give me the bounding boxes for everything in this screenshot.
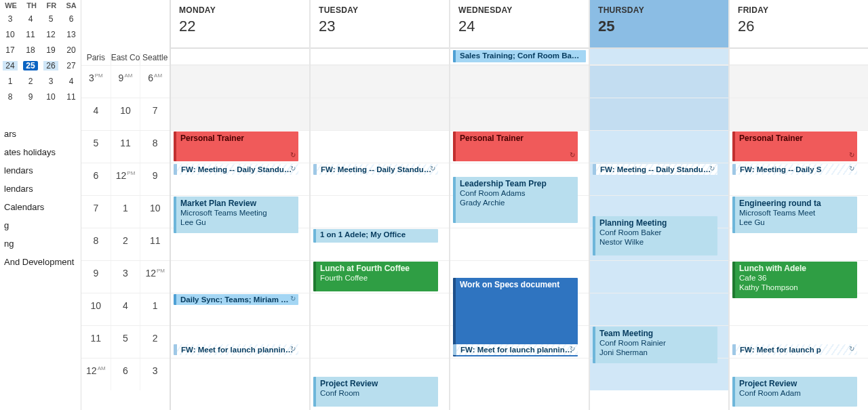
mini-cal-date-cell[interactable]: 10 (43, 92, 58, 102)
allday-row[interactable] (171, 49, 309, 65)
mini-cal-date-cell[interactable]: 25 (23, 61, 38, 70)
calendar-event[interactable]: Lunch with AdeleCafe 36Kathy Thompson (732, 262, 857, 298)
calendar-event[interactable]: Engineering round taMicrosoft Teams Meet… (732, 197, 857, 233)
calendar-list-item[interactable]: ars (1, 125, 81, 143)
timezone-hour-row: 612PM9 (81, 163, 170, 195)
time-grid[interactable]: Personal Trainer↻FW: Meeting -- Daily St… (171, 65, 309, 390)
event-title: FW: Meeting -- Daily Standup; Co (321, 165, 434, 174)
calendar-event[interactable]: FW: Meeting -- Daily S↻ (732, 164, 857, 175)
time-slot[interactable] (311, 195, 449, 228)
mini-cal-date-cell[interactable]: 19 (43, 45, 58, 55)
calendar-list-item[interactable]: ng (1, 234, 81, 253)
calendar-list-item[interactable]: And Development (1, 253, 81, 271)
calendar-event[interactable]: FW: Meeting -- Daily Standup; Co↻ (174, 164, 298, 175)
calendar-event[interactable]: Project ReviewConf Room Adam (732, 377, 857, 407)
mini-cal-date-cell[interactable]: 18 (23, 45, 38, 55)
allday-event[interactable]: Sales Training; Conf Room Baker; K... (453, 50, 586, 62)
mini-cal-date-cell[interactable]: 20 (64, 45, 79, 55)
time-slot[interactable] (590, 293, 728, 325)
time-slot[interactable] (171, 65, 309, 98)
mini-cal-date-cell[interactable]: 4 (64, 77, 79, 86)
time-slot[interactable] (311, 293, 449, 325)
calendar-list-item[interactable]: lendars (1, 161, 81, 180)
calendar-event[interactable]: FW: Meeting -- Daily Standup; Co↻ (313, 164, 438, 175)
time-slot[interactable] (171, 260, 309, 293)
mini-cal-date-cell[interactable]: 3 (3, 14, 18, 24)
mini-cal-date-cell[interactable]: 13 (64, 30, 79, 39)
allday-row[interactable]: Sales Training; Conf Room Baker; K... (450, 49, 589, 65)
time-slot[interactable] (730, 98, 868, 130)
mini-cal-day-header: SA (66, 1, 77, 9)
mini-cal-date-cell[interactable]: 8 (3, 92, 18, 102)
mini-cal-date-cell[interactable]: 26 (43, 61, 58, 70)
time-slot[interactable] (730, 65, 868, 98)
mini-calendar[interactable]: WETHFRSA 3456101112131718192024252627123… (0, 0, 81, 104)
mini-cal-date-cell[interactable]: 24 (3, 61, 18, 70)
time-grid[interactable]: FW: Meeting -- Daily Standup; Co↻Plannin… (590, 65, 728, 390)
calendar-event[interactable]: Team MeetingConf Room RainierJoni Sherma… (593, 327, 717, 363)
calendar-event[interactable]: FW: Meet for launch planning ; M↻ (453, 344, 578, 355)
day-header[interactable]: MONDAY22 (171, 0, 309, 49)
calendar-list-item[interactable]: lendars (1, 180, 81, 198)
calendar-event[interactable]: Personal Trainer↻ (732, 131, 857, 161)
allday-row[interactable] (590, 49, 728, 65)
timezone-hour-cell: 10 (81, 293, 111, 325)
time-slot[interactable] (590, 260, 728, 293)
day-header[interactable]: FRIDAY26 (730, 0, 868, 49)
calendar-event[interactable]: Personal Trainer↻ (174, 131, 298, 161)
mini-cal-date-cell[interactable]: 9 (23, 92, 38, 102)
time-slot[interactable] (450, 228, 589, 260)
calendar-event[interactable]: Planning MeetingConf Room BakerNestor Wi… (593, 216, 717, 255)
mini-cal-date-cell[interactable]: 10 (3, 30, 18, 39)
day-header[interactable]: THURSDAY25 (590, 0, 728, 49)
time-grid[interactable]: FW: Meeting -- Daily Standup; Co↻1 on 1 … (311, 65, 449, 390)
calendar-event[interactable]: Market Plan ReviewMicrosoft Teams Meetin… (174, 197, 298, 233)
mini-cal-date-cell[interactable]: 2 (23, 77, 38, 86)
calendar-list-item[interactable]: ates holidays (1, 143, 81, 161)
mini-cal-date-cell[interactable]: 17 (3, 45, 18, 55)
timezone-hour-row: 4107 (81, 98, 170, 130)
mini-cal-date-cell[interactable]: 6 (64, 14, 79, 24)
mini-cal-date-cell[interactable]: 11 (64, 92, 79, 102)
calendar-event[interactable]: Lunch at Fourth CoffeeFourth Coffee (313, 262, 438, 291)
time-slot[interactable] (311, 325, 449, 358)
calendar-event[interactable]: Project ReviewConf Room (313, 377, 438, 407)
calendar-event[interactable]: FW: Meeting -- Daily Standup; Co↻ (593, 164, 717, 175)
time-slot[interactable] (311, 130, 449, 163)
calendar-list-item[interactable]: g (1, 216, 81, 234)
mini-cal-date-cell[interactable]: 4 (23, 14, 38, 24)
time-slot[interactable] (590, 98, 728, 130)
day-header[interactable]: WEDNESDAY24 (450, 0, 589, 49)
calendar-event[interactable]: Daily Sync; Teams; Miriam Graham↻ (174, 294, 298, 305)
mini-cal-date-cell[interactable]: 5 (43, 14, 58, 24)
time-slot[interactable] (590, 130, 728, 163)
mini-cal-date-cell[interactable]: 12 (43, 30, 58, 39)
mini-cal-date-cell[interactable]: 27 (64, 61, 79, 70)
day-header[interactable]: TUESDAY23 (311, 0, 449, 49)
time-slot[interactable] (450, 65, 589, 98)
time-slot[interactable] (311, 65, 449, 98)
mini-cal-date-cell[interactable]: 1 (3, 77, 18, 86)
allday-row[interactable] (311, 49, 449, 65)
calendar-event[interactable]: FW: Meet for launch p↻ (732, 344, 857, 355)
mini-calendar-grid[interactable]: 34561011121317181920242526271234891011 (0, 11, 81, 104)
calendar-list-item[interactable]: Calendars (1, 198, 81, 216)
time-slot[interactable] (590, 65, 728, 98)
time-grid[interactable]: Personal Trainer↻FW: Meeting -- Daily S↻… (730, 65, 868, 390)
time-slot[interactable] (311, 98, 449, 130)
timezone-hour-cell: 8 (81, 228, 111, 260)
mini-cal-date-cell[interactable]: 11 (23, 30, 38, 39)
time-slot[interactable] (450, 98, 589, 130)
timezone-hour-cell: 9 (81, 261, 111, 293)
calendar-event[interactable]: Personal Trainer↻ (453, 131, 578, 161)
calendar-event[interactable]: 1 on 1 Adele; My Office (313, 229, 438, 243)
mini-cal-date-cell[interactable]: 3 (43, 77, 58, 86)
time-slot[interactable] (171, 358, 309, 390)
allday-row[interactable] (730, 49, 868, 65)
timezone-label: East Co (111, 53, 140, 65)
time-slot[interactable] (450, 358, 589, 390)
time-slot[interactable] (171, 98, 309, 130)
calendar-event[interactable]: Leadership Team PrepConf Room AdamsGrady… (453, 177, 578, 223)
calendar-event[interactable]: FW: Meet for launch planning ; M↻ (174, 344, 298, 355)
time-grid[interactable]: Personal Trainer↻Leadership Team PrepCon… (450, 65, 589, 390)
